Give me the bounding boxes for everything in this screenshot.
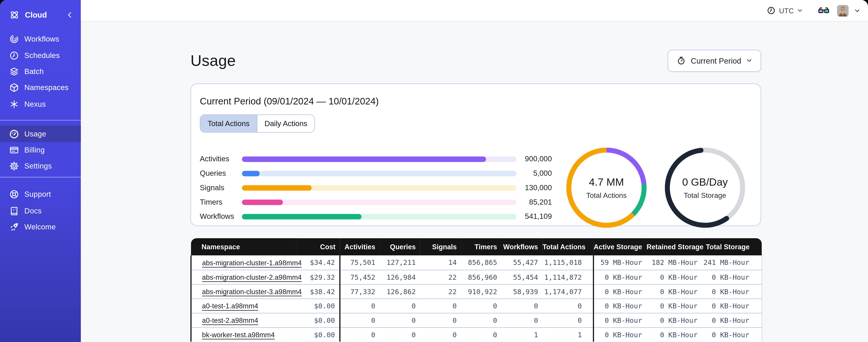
namespace-cell: abs-migration-cluster-1.a98mm4	[191, 255, 296, 270]
namespace-cell: a0-test-2.a98mm4	[191, 313, 296, 327]
clock-icon	[767, 6, 776, 15]
table-cell: 0	[461, 313, 501, 327]
table-header-cell: Namespace	[191, 238, 296, 255]
table-header-cell: Timers	[461, 238, 501, 255]
namespace-link[interactable]: a0-test-2.a98mm4	[202, 317, 258, 324]
total-storage-value: 0 GB/Day	[682, 176, 728, 188]
namespace-link[interactable]: abs-migration-cluster-2.a98mm4	[202, 274, 302, 281]
sidebar-divider	[0, 177, 81, 177]
sidebar-item-label: Schedules	[24, 51, 60, 60]
table-cell: 0 KB-Hour	[593, 299, 647, 313]
bar-track	[242, 199, 517, 205]
usage-icon	[9, 129, 20, 139]
namespace-link[interactable]: abs-migration-cluster-1.a98mm4	[202, 259, 302, 267]
welcome-icon	[9, 222, 20, 232]
bar-row-timers: Timers85,201	[200, 195, 552, 209]
bar-label: Workflows	[200, 212, 242, 220]
tab-total-actions[interactable]: Total Actions	[200, 115, 257, 132]
namespace-link[interactable]: a0-test-1.a98mm4	[202, 302, 258, 310]
table-cell: 127,211	[380, 255, 420, 270]
bar-value: 541,109	[517, 212, 552, 220]
bar-track	[242, 171, 517, 176]
sidebar-item-settings[interactable]: Settings	[0, 158, 81, 174]
table-header-cell: Activities	[340, 238, 379, 255]
bar-value: 130,000	[517, 183, 552, 192]
sidebar-nav-account: UsageBillingSettings	[0, 126, 81, 174]
table-cell: 14	[420, 255, 461, 270]
sidebar-item-label: Workflows	[24, 35, 59, 43]
user-avatar[interactable]	[837, 5, 848, 16]
namespace-cell: abs-migration-cluster-3.a98mm4	[191, 284, 296, 299]
table-cell: 126,862	[380, 284, 420, 299]
sidebar-item-batch[interactable]: Batch	[0, 63, 81, 80]
namespaces-icon	[9, 82, 20, 93]
timezone-selector[interactable]: UTC	[767, 6, 803, 15]
content: Usage Current Period Current Period (09/…	[81, 22, 868, 342]
table-cell: 0	[380, 313, 420, 327]
namespace-usage-table: NamespaceCostActivitiesQueriesSignalsTim…	[190, 238, 762, 342]
sidebar-item-welcome[interactable]: Welcome	[0, 219, 81, 235]
table-cell: 0 KB-Hour	[647, 299, 702, 313]
brand-label: Cloud	[25, 10, 47, 19]
timezone-label: UTC	[779, 6, 794, 15]
batch-icon	[9, 66, 20, 77]
table-cell: 0	[420, 327, 461, 342]
bar-track	[242, 185, 517, 191]
sidebar-item-docs[interactable]: Docs	[0, 203, 81, 219]
total-actions-caption: Total Actions	[586, 191, 627, 199]
sidebar-item-schedules[interactable]: Schedules	[0, 47, 81, 63]
topbar: UTC	[81, 0, 868, 22]
table-cell: 0 KB-Hour	[702, 270, 762, 284]
sidebar-divider	[0, 120, 81, 121]
sidebar-item-billing[interactable]: Billing	[0, 142, 81, 158]
tab-daily-actions[interactable]: Daily Actions	[257, 115, 314, 132]
table-cell: $29.32	[296, 270, 340, 284]
table-cell: 241 MB-Hour	[702, 255, 762, 270]
table-header-cell: Cost	[296, 238, 340, 255]
bar-track	[242, 214, 517, 219]
table-cell: 856,865	[461, 255, 501, 270]
chevron-down-icon	[797, 8, 803, 13]
bar-fill	[242, 199, 283, 205]
table-cell: 59 MB-Hour	[593, 255, 647, 270]
table-row: abs-migration-cluster-1.a98mm4$34.4275,5…	[191, 255, 762, 270]
table-cell: 1	[542, 327, 593, 342]
sidebar-collapse-button[interactable]	[66, 11, 74, 19]
sidebar-nav-main: WorkflowsSchedulesBatchNamespacesNexus	[0, 31, 81, 112]
card-title: Current Period (09/01/2024 — 10/01/2024)	[200, 96, 752, 107]
table-cell: 0	[420, 299, 461, 313]
support-icon	[9, 189, 20, 200]
usage-charts: Activities900,000Queries5,000Signals130,…	[200, 147, 752, 228]
sidebar-item-nexus[interactable]: Nexus	[0, 96, 81, 112]
table-cell: 0	[340, 299, 379, 313]
sidebar-brand[interactable]: Cloud	[0, 6, 81, 23]
action-type-bar-chart: Activities900,000Queries5,000Signals130,…	[200, 152, 552, 224]
nexus-icon	[9, 99, 20, 109]
sidebar-item-label: Batch	[24, 67, 44, 76]
total-actions-donut-chart: 4.7 MM Total Actions	[566, 147, 647, 228]
sidebar-item-namespaces[interactable]: Namespaces	[0, 80, 81, 96]
namespace-cell: abs-migration-cluster-2.a98mm4	[191, 270, 296, 284]
table-body: abs-migration-cluster-1.a98mm4$34.4275,5…	[191, 255, 762, 342]
period-dropdown-button[interactable]: Current Period	[668, 49, 761, 71]
sidebar: Cloud WorkflowsSchedulesBatchNamespacesN…	[0, 0, 81, 342]
table-cell: 910,922	[461, 284, 501, 299]
table-header-cell: Active Storage	[593, 238, 647, 255]
sidebar-item-usage[interactable]: Usage	[0, 126, 81, 142]
table-cell: 0	[380, 327, 420, 342]
table-cell: 0 KB-Hour	[593, 327, 647, 342]
bar-row-workflows: Workflows541,109	[200, 209, 552, 224]
namespace-link[interactable]: abs-migration-cluster-3.a98mm4	[202, 288, 302, 296]
table-cell: 0 KB-Hour	[647, 270, 702, 284]
labs-glasses-icon[interactable]	[817, 4, 830, 17]
sidebar-item-workflows[interactable]: Workflows	[0, 31, 81, 47]
table-cell: 0	[380, 299, 420, 313]
table-cell: 55,454	[501, 270, 542, 284]
sidebar-item-label: Billing	[24, 146, 45, 154]
table-cell: 0 KB-Hour	[647, 327, 702, 342]
table-cell: 0 KB-Hour	[647, 284, 702, 299]
namespace-link[interactable]: bk-worker-test.a98mm4	[202, 331, 275, 339]
sidebar-item-label: Usage	[24, 130, 46, 138]
user-menu-chevron-down-icon[interactable]	[854, 7, 860, 13]
sidebar-item-support[interactable]: Support	[0, 186, 81, 203]
